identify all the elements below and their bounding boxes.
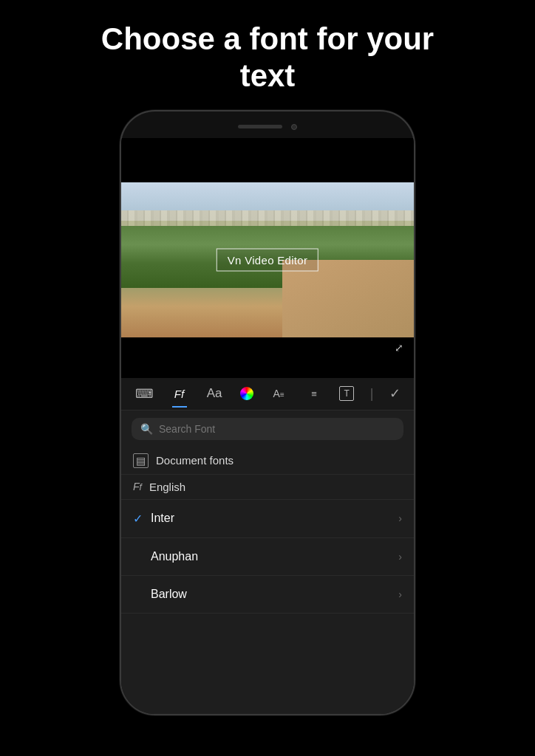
font-item-anuphan[interactable]: Anuphan › — [121, 538, 414, 576]
inter-check-icon: ✓ — [133, 512, 151, 526]
phone-top-bar — [121, 111, 414, 138]
video-text-overlay[interactable]: Vn Video Editor — [217, 248, 318, 271]
search-font-placeholder: Search Font — [159, 423, 215, 435]
video-frame: Vn Video Editor — [121, 182, 414, 337]
line-spacing-icon[interactable]: ≡ — [304, 388, 324, 399]
text-align-icon[interactable]: A≡ — [269, 388, 288, 399]
english-subcategory-row[interactable]: Ff English — [121, 475, 414, 500]
color-wheel-icon[interactable] — [240, 387, 253, 400]
phone-inner: Vn Video Editor ⤢ ⌨ Ff Aa A≡ ≡ T | ✓ — [121, 138, 414, 714]
document-icon: ▤ — [133, 453, 149, 468]
barlow-chevron: › — [398, 588, 402, 600]
document-fonts-label: Document fonts — [156, 454, 234, 467]
anuphan-chevron: › — [398, 551, 402, 563]
font-panel: 🔍 Search Font ▤ Document fonts Ff Englis… — [121, 410, 414, 714]
text-box-icon[interactable]: T — [339, 386, 354, 401]
anuphan-font-name: Anuphan — [151, 550, 398, 563]
keyboard-icon[interactable]: ⌨ — [134, 386, 154, 402]
inter-chevron: › — [398, 512, 402, 524]
english-label: English — [149, 481, 185, 493]
font-item-inter[interactable]: ✓ Inter › — [121, 500, 414, 538]
dark-bottom-preview: ⤢ — [121, 337, 414, 378]
expand-icon[interactable]: ⤢ — [395, 342, 403, 354]
camera-dot — [291, 124, 297, 130]
phone-shell: Vn Video Editor ⤢ ⌨ Ff Aa A≡ ≡ T | ✓ — [120, 110, 415, 715]
barlow-font-name: Barlow — [151, 588, 398, 601]
search-bar[interactable]: 🔍 Search Font — [132, 418, 403, 440]
search-icon: 🔍 — [140, 423, 153, 435]
search-bar-container: 🔍 Search Font — [121, 410, 414, 447]
font-size-icon[interactable]: Aa — [205, 386, 224, 401]
font-item-barlow[interactable]: Barlow › — [121, 576, 414, 614]
toolbar: ⌨ Ff Aa A≡ ≡ T | ✓ — [121, 378, 414, 410]
page-title: Choose a font for your text — [57, 0, 478, 110]
checkmark-icon[interactable]: ✓ — [389, 385, 401, 402]
video-preview-area: Vn Video Editor ⤢ — [121, 138, 414, 378]
english-ff-icon: Ff — [133, 481, 142, 492]
dark-top — [121, 138, 414, 182]
document-fonts-row[interactable]: ▤ Document fonts — [121, 447, 414, 475]
inter-font-name: Inter — [151, 512, 398, 525]
font-style-icon[interactable]: Ff — [170, 388, 189, 400]
divider: | — [370, 386, 374, 402]
speaker-bar — [238, 125, 282, 128]
dirt-layer — [282, 260, 414, 337]
font-list: ✓ Inter › Anuphan › Barlow › — [121, 500, 414, 714]
